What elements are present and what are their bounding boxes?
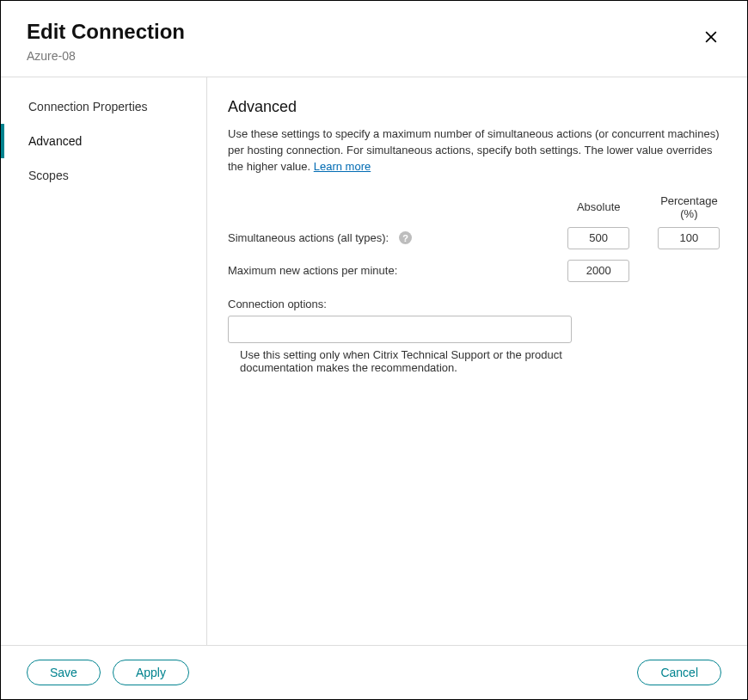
columns-header: Absolute Percentage (%)	[228, 194, 727, 220]
learn-more-link[interactable]: Learn more	[314, 160, 371, 173]
connection-options-input[interactable]	[228, 316, 572, 343]
page-subtitle: Azure-08	[27, 49, 721, 63]
sidebar-item-label: Connection Properties	[28, 100, 148, 114]
description-text: Use these settings to specify a maximum …	[228, 127, 720, 173]
body: Connection Properties Advanced Scopes Ad…	[1, 77, 747, 645]
absolute-cell	[561, 227, 636, 249]
close-icon	[702, 28, 720, 49]
save-button[interactable]: Save	[27, 660, 101, 685]
sidebar-item-advanced[interactable]: Advanced	[1, 124, 206, 158]
close-button[interactable]	[699, 27, 723, 51]
absolute-cell	[561, 260, 636, 282]
sidebar-item-scopes[interactable]: Scopes	[1, 158, 206, 193]
cancel-button[interactable]: Cancel	[637, 660, 721, 685]
connection-options-label: Connection options:	[228, 298, 727, 310]
section-heading: Advanced	[228, 98, 723, 116]
row-label: Simultaneous actions (all types): ?	[228, 231, 561, 244]
simultaneous-actions-label: Simultaneous actions (all types):	[228, 231, 389, 244]
help-icon[interactable]: ?	[399, 231, 412, 244]
simultaneous-absolute-input[interactable]	[567, 227, 629, 249]
sidebar-item-label: Scopes	[28, 169, 69, 182]
main-panel: Advanced Use these settings to specify a…	[207, 77, 747, 645]
row-label: Maximum new actions per minute:	[228, 264, 561, 277]
column-percentage-header: Percentage (%)	[652, 194, 727, 220]
form-area: Absolute Percentage (%) Simultaneous act…	[228, 194, 727, 374]
sidebar-item-label: Advanced	[28, 134, 82, 148]
row-simultaneous-actions: Simultaneous actions (all types): ?	[228, 227, 727, 249]
page-title: Edit Connection	[27, 20, 721, 44]
sidebar-item-connection-properties[interactable]: Connection Properties	[1, 89, 206, 124]
connection-options-section: Connection options: Use this setting onl…	[228, 298, 727, 374]
connection-options-hint: Use this setting only when Citrix Techni…	[228, 348, 572, 374]
row-max-new-actions: Maximum new actions per minute:	[228, 260, 727, 282]
sidebar: Connection Properties Advanced Scopes	[1, 77, 207, 645]
simultaneous-percentage-input[interactable]	[658, 227, 720, 249]
max-new-absolute-input[interactable]	[567, 260, 629, 282]
column-absolute-header: Absolute	[561, 200, 636, 213]
footer: Save Apply Cancel	[1, 645, 747, 699]
max-new-actions-label: Maximum new actions per minute:	[228, 264, 397, 277]
edit-connection-window: Edit Connection Azure-08 Connection Prop…	[0, 0, 748, 700]
apply-button[interactable]: Apply	[113, 660, 189, 685]
header: Edit Connection Azure-08	[1, 1, 747, 77]
percentage-cell	[652, 227, 727, 249]
section-description: Use these settings to specify a maximum …	[228, 126, 723, 175]
